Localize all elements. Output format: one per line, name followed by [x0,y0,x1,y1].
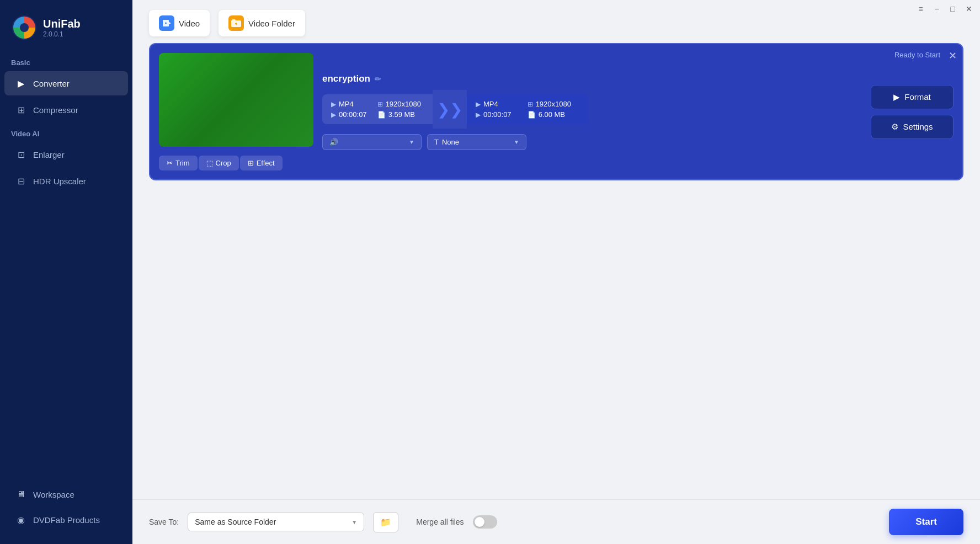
sidebar-bottom: 🖥 Workspace ◉ DVDFab Products [0,481,132,544]
dvdfab-icon: ◉ [15,514,26,525]
add-folder-label: Video Folder [248,19,295,28]
source-resolution-cell: ⊞ 1920x1080 [377,100,424,108]
save-to-label: Save To: [149,518,179,526]
sidebar-item-hdr-upscaler[interactable]: ⊟ HDR Upscaler [4,169,128,193]
source-format-cell: ▶ MP4 [331,100,370,108]
enlarger-icon: ⊡ [15,149,26,160]
source-duration: 00:00:07 [339,110,367,119]
add-folder-icon [228,15,244,31]
video-filename: encryption [322,73,370,84]
sidebar: UniFab 2.0.0.1 Basic ▶ Converter ⊞ Compr… [0,0,132,544]
sidebar-item-compressor[interactable]: ⊞ Compressor [4,98,128,122]
video-card: ✂ Trim ⬚ Crop ⊞ Effect encryption [149,43,963,180]
add-video-button[interactable]: Video [149,10,210,36]
subtitle-icon: T [434,138,439,146]
effect-icon: ⊞ [248,159,254,167]
source-filesize: 3.59 MB [388,110,415,119]
dest-duration: 00:00:07 [483,110,512,119]
toggle-knob [475,517,484,527]
crop-button[interactable]: ⬚ Crop [199,156,239,170]
crop-label: Crop [216,159,231,167]
format-btn-label: Format [904,92,931,102]
svg-marker-3 [169,22,171,24]
compressor-icon: ⊞ [15,104,26,115]
bottom-bar: Save To: Same as Source Folder ▼ 📁 Merge… [132,499,980,544]
basic-section-label: Basic [0,52,132,70]
converter-icon: ▶ [15,78,26,89]
dvdfab-label: DVDFab Products [33,515,100,525]
dest-duration-icon: ▶ [476,111,481,119]
source-info: ▶ MP4 ⊞ 1920x1080 ▶ 00:00:07 📄 [322,94,433,124]
titlebar: ≡ − □ ✕ [914,0,980,18]
settings-btn-icon: ⚙ [891,122,898,132]
settings-button[interactable]: ⚙ Settings [871,115,954,139]
audio-icon: 🔊 [329,138,338,146]
merge-files-label: Merge all files [416,518,464,526]
minimize-button[interactable]: − [930,1,944,17]
source-format: MP4 [339,100,354,108]
dest-format-cell: ▶ MP4 [476,100,520,108]
video-title-row: encryption ✏ [322,73,862,84]
sidebar-item-enlarger[interactable]: ⊡ Enlarger [4,142,128,167]
action-buttons: ▶ Format ⚙ Settings [871,85,954,139]
trim-icon: ✂ [167,159,173,167]
start-button[interactable]: Start [889,509,963,535]
save-path-select[interactable]: Same as Source Folder ▼ [188,513,364,531]
dest-duration-cell: ▶ 00:00:07 [476,110,520,119]
dest-resolution-icon: ⊞ [528,100,533,108]
toolbar: Video Video Folder [132,0,980,43]
hdr-upscaler-icon: ⊟ [15,175,26,186]
svg-point-1 [20,23,29,32]
audio-subtitle-row: 🔊 ▼ T None ▼ [322,134,862,150]
app-name: UniFab [43,18,81,30]
close-button[interactable]: ✕ [962,1,976,17]
audio-dropdown-arrow: ▼ [409,139,414,145]
thumbnail-green-bg [159,53,313,147]
app-logo [11,14,38,41]
sidebar-item-dvdfab[interactable]: ◉ DVDFab Products [4,508,128,532]
add-video-icon [159,15,174,31]
dest-format-icon: ▶ [476,100,481,108]
merge-toggle[interactable] [473,515,497,529]
thumbnail-section: ✂ Trim ⬚ Crop ⊞ Effect [159,53,313,170]
video-thumbnail [159,53,313,147]
subtitle-dropdown-arrow: ▼ [514,139,519,145]
source-duration-cell: ▶ 00:00:07 [331,110,370,119]
effect-button[interactable]: ⊞ Effect [240,156,283,170]
subtitle-select[interactable]: T None ▼ [427,134,526,150]
save-path-dropdown-arrow: ▼ [351,519,357,525]
workspace-label: Workspace [33,490,74,499]
add-video-label: Video [179,19,200,28]
enlarger-label: Enlarger [33,150,65,159]
add-folder-button[interactable]: Video Folder [219,10,305,36]
sidebar-item-workspace[interactable]: 🖥 Workspace [4,482,128,506]
conversion-arrow: ❯❯ [433,90,467,129]
dest-format: MP4 [483,100,498,108]
edit-filename-icon[interactable]: ✏ [375,74,381,83]
content-area: ✂ Trim ⬚ Crop ⊞ Effect encryption [132,43,980,499]
source-filesize-cell: 📄 3.59 MB [377,110,424,119]
source-resolution: 1920x1080 [386,100,421,108]
dest-resolution-cell: ⊞ 1920x1080 [528,100,579,108]
ready-status-label: Ready to Start [894,51,940,59]
dest-filesize-cell: 📄 6.00 MB [528,110,579,119]
conversion-row: ▶ MP4 ⊞ 1920x1080 ▶ 00:00:07 📄 [322,90,862,129]
close-card-button[interactable]: ✕ [949,50,957,62]
settings-btn-label: Settings [903,122,933,131]
format-button[interactable]: ▶ Format [871,85,954,109]
menu-button[interactable]: ≡ [914,1,928,17]
converter-label: Converter [33,79,70,88]
sidebar-item-converter[interactable]: ▶ Converter [4,71,128,95]
audio-select[interactable]: 🔊 ▼ [322,134,422,150]
trim-button[interactable]: ✂ Trim [159,156,198,170]
dest-resolution: 1920x1080 [536,100,571,108]
video-controls: ✂ Trim ⬚ Crop ⊞ Effect [159,156,313,170]
folder-browse-button[interactable]: 📁 [373,512,398,532]
maximize-button[interactable]: □ [946,1,960,17]
source-resolution-icon: ⊞ [377,100,383,108]
app-version: 2.0.0.1 [43,30,81,38]
hdr-upscaler-label: HDR Upscaler [33,177,86,186]
source-duration-icon: ▶ [331,111,336,119]
video-info: encryption ✏ ▶ MP4 ⊞ 1920x1080 [322,73,862,150]
folder-browse-icon: 📁 [380,518,391,527]
